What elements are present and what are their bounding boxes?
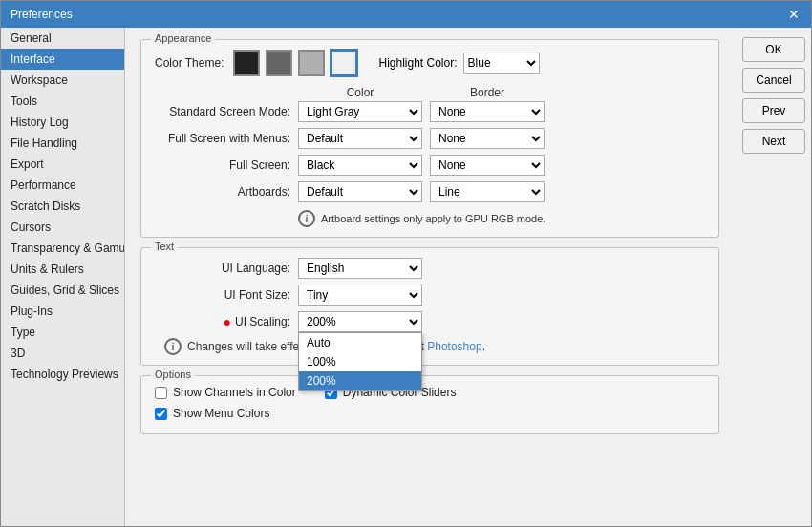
fullscreen-menus-row: Full Screen with Menus: Default Light Gr… — [155, 128, 705, 149]
sidebar-item-tools[interactable]: Tools — [1, 91, 124, 112]
sidebar-item-workspace[interactable]: Workspace — [1, 70, 124, 91]
ui-font-size-label: UI Font Size: — [155, 288, 298, 302]
scaling-required-dot: ● — [224, 314, 231, 329]
info-row: i Artboard settings only apply to GPU RG… — [298, 210, 705, 227]
ui-scaling-label-wrapper: ● UI Scaling: — [155, 314, 298, 329]
sidebar-item-file-handling[interactable]: File Handling — [1, 133, 124, 154]
fullscreen-menus-border-select[interactable]: None Line Shadow — [430, 128, 545, 149]
sidebar-item-general[interactable]: General — [1, 28, 124, 49]
sidebar-item-performance[interactable]: Performance — [1, 175, 124, 196]
next-button[interactable]: Next — [742, 129, 805, 154]
standard-screen-color-select[interactable]: Light Gray Default Black — [298, 101, 422, 122]
artboards-row: Artboards: Default Light Gray Black Line… — [155, 181, 705, 202]
text-section: Text UI Language: English UI Font Size: … — [140, 247, 719, 366]
sidebar-item-plug-ins[interactable]: Plug-Ins — [1, 301, 124, 322]
sidebar-item-type[interactable]: Type — [1, 322, 124, 343]
column-header-color: Color — [298, 86, 422, 99]
main-area: Appearance Color Theme: Highlight Color:… — [125, 28, 735, 526]
color-theme-row: Color Theme: Highlight Color: Blue Red G… — [155, 50, 705, 76]
artboards-color-select[interactable]: Default Light Gray Black — [298, 181, 422, 202]
sidebar-item-3d[interactable]: 3D — [1, 343, 124, 364]
prev-button[interactable]: Prev — [742, 98, 805, 123]
ok-button[interactable]: OK — [742, 37, 805, 62]
ui-font-size-select[interactable]: Tiny Small Medium Large — [298, 285, 422, 306]
info-icon: i — [298, 210, 315, 227]
sidebar: GeneralInterfaceWorkspaceToolsHistory Lo… — [1, 28, 125, 526]
show-channels-checkbox[interactable] — [155, 387, 167, 399]
restart-notice-row: i Changes will take effect the next time… — [164, 338, 705, 355]
content-area: GeneralInterfaceWorkspaceToolsHistory Lo… — [1, 28, 811, 526]
show-menu-row: Show Menu Colors — [155, 407, 705, 420]
ui-font-size-row: UI Font Size: Tiny Small Medium Large — [155, 285, 705, 306]
scaling-option-200[interactable]: 200% — [299, 371, 421, 390]
fullscreen-menus-label: Full Screen with Menus: — [155, 132, 298, 145]
fullscreen-row: Full Screen: Black Default Light Gray No… — [155, 155, 705, 176]
preferences-window: Preferences ✕ GeneralInterfaceWorkspaceT… — [0, 0, 812, 527]
show-channels-row: Show Channels in Color — [155, 386, 296, 399]
ui-scaling-select[interactable]: Auto 100% 200% — [298, 311, 422, 332]
scaling-option-100[interactable]: 100% — [299, 352, 421, 371]
sidebar-item-history-log[interactable]: History Log — [1, 112, 124, 133]
cancel-button[interactable]: Cancel — [742, 68, 805, 93]
ui-language-label: UI Language: — [155, 262, 298, 275]
color-theme-label: Color Theme: — [155, 56, 224, 70]
sidebar-item-units---rulers[interactable]: Units & Rulers — [1, 259, 124, 280]
options-title: Options — [151, 369, 195, 380]
ui-language-row: UI Language: English — [155, 258, 705, 279]
theme-swatch-dark[interactable] — [233, 50, 260, 76]
sidebar-item-interface[interactable]: Interface — [1, 49, 124, 70]
info-text: Artboard settings only apply to GPU RGB … — [321, 213, 545, 224]
fullscreen-menus-color-select[interactable]: Default Light Gray Black — [298, 128, 422, 149]
artboards-label: Artboards: — [155, 185, 298, 199]
window-title: Preferences — [11, 8, 73, 21]
fullscreen-color-select[interactable]: Black Default Light Gray — [298, 155, 422, 176]
options-row-1: Show Channels in Color Dynamic Color Sli… — [155, 386, 705, 403]
sidebar-item-transparency---gamut[interactable]: Transparency & Gamut — [1, 238, 124, 259]
options-section: Options Show Channels in Color Dynamic C… — [140, 375, 719, 434]
photoshop-link: Photoshop — [427, 340, 481, 353]
theme-swatch-lightest[interactable] — [331, 50, 357, 76]
show-menu-checkbox[interactable] — [155, 408, 167, 420]
show-menu-label: Show Menu Colors — [173, 407, 269, 420]
scaling-dropdown-container: Auto 100% 200% Auto 100% 200% — [298, 311, 422, 332]
sidebar-item-export[interactable]: Export — [1, 154, 124, 175]
column-header-border: Border — [430, 86, 545, 99]
restart-info-icon: i — [164, 338, 182, 355]
ui-scaling-row: ● UI Scaling: Auto 100% 200% Auto 100% — [155, 311, 705, 332]
theme-swatch-light[interactable] — [298, 50, 325, 76]
sidebar-item-cursors[interactable]: Cursors — [1, 217, 124, 238]
scaling-option-auto[interactable]: Auto — [299, 333, 421, 352]
appearance-title: Appearance — [151, 32, 215, 44]
scaling-dropdown-open: Auto 100% 200% — [298, 332, 422, 391]
show-channels-label: Show Channels in Color — [173, 386, 296, 399]
highlight-color-select[interactable]: Blue Red Green — [463, 53, 540, 74]
close-button[interactable]: ✕ — [786, 7, 801, 22]
text-section-title: Text — [151, 241, 178, 252]
standard-screen-label: Standard Screen Mode: — [155, 105, 298, 118]
artboards-border-select[interactable]: Line None Shadow — [430, 181, 545, 202]
fullscreen-label: Full Screen: — [155, 158, 298, 172]
action-buttons: OK Cancel Prev Next — [735, 28, 811, 526]
sidebar-item-technology-previews[interactable]: Technology Previews — [1, 364, 124, 385]
standard-screen-row: Standard Screen Mode: Light Gray Default… — [155, 101, 705, 122]
sidebar-item-scratch-disks[interactable]: Scratch Disks — [1, 196, 124, 217]
theme-swatch-medium[interactable] — [266, 50, 292, 76]
appearance-section: Appearance Color Theme: Highlight Color:… — [140, 39, 719, 238]
sidebar-item-guides--grid---slices[interactable]: Guides, Grid & Slices — [1, 280, 124, 301]
fullscreen-border-select[interactable]: None Line Shadow — [430, 155, 545, 176]
ui-language-select[interactable]: English — [298, 258, 422, 279]
highlight-color-label: Highlight Color: — [378, 56, 457, 70]
ui-scaling-label: UI Scaling: — [235, 315, 290, 328]
title-bar: Preferences ✕ — [1, 1, 811, 28]
standard-screen-border-select[interactable]: None Line Shadow — [430, 101, 545, 122]
